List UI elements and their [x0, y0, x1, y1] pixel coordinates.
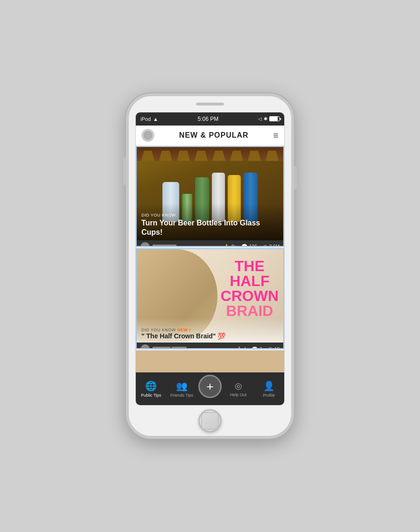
app-header: NEW & POPULAR ≡	[136, 126, 284, 146]
card2-author: ██████ █████	[153, 347, 236, 349]
tab-profile[interactable]: 👤 Profile	[255, 380, 283, 398]
card2-view-count: 18	[274, 347, 280, 350]
add-button-circle[interactable]: +	[198, 375, 222, 398]
card-beer-bottles[interactable]: DID YOU KNOW: Turn Your Beer Bottles Int…	[136, 146, 284, 247]
card2-image: THE HALF CROWN BRAID DID YOU KNOW NEW ! …	[137, 249, 283, 343]
logo-inner	[143, 131, 153, 140]
card2-like-count: 4	[244, 347, 246, 350]
menu-icon[interactable]: ≡	[273, 131, 279, 140]
help-out-icon: ◎	[235, 381, 242, 391]
phone-screen: iPod ▲ 5:06 PM ◁ ✱ NEW & POPULAR ≡	[135, 112, 285, 406]
card1-view-count: 2.6M	[269, 244, 280, 247]
friends-tips-label: Friends Tips	[170, 393, 193, 398]
public-tips-icon: 🌐	[145, 380, 157, 392]
card1-stats: 👍 4k 💬 126 👁 2.6M	[223, 244, 280, 247]
tab-help-out[interactable]: ◎ Help Out	[224, 381, 252, 397]
card2-text-overlay: DID YOU KNOW NEW ! " The Half Crown Brai…	[137, 318, 283, 343]
card1-like-count: 4k	[231, 244, 236, 247]
earpiece	[196, 103, 224, 105]
home-button[interactable]	[198, 409, 222, 433]
card1-comments: 💬 126	[241, 244, 257, 247]
card2-stats: 👍 4 💬 0 👁 18	[236, 346, 280, 350]
header-title: NEW & POPULAR	[179, 131, 249, 140]
tab-bar: 🌐 Public Tips 👥 Friends Tips + ◎ Help Ou…	[136, 372, 284, 405]
card2-comments: 💬 0	[252, 346, 262, 350]
braid-half: HALF	[221, 273, 279, 288]
braid-text: THE HALF CROWN BRAID	[221, 259, 279, 318]
add-icon: +	[206, 380, 213, 392]
content-area: DID YOU KNOW: Turn Your Beer Bottles Int…	[136, 146, 284, 372]
card2-footer: ██████ █████ 👍 4 💬 0 👁 18	[137, 343, 283, 349]
braid-the: THE	[221, 259, 279, 273]
braid-braid: BRAID	[221, 303, 279, 318]
bluetooth-icon: ✱	[264, 116, 267, 121]
card2-avatar	[140, 344, 150, 349]
home-button-inner	[201, 412, 219, 430]
card-partial	[136, 350, 284, 372]
card2-likes: 👍 4	[236, 346, 246, 350]
friends-tips-icon: 👥	[176, 380, 188, 392]
card1-did-you-know: DID YOU KNOW:	[141, 213, 279, 217]
wifi-icon: ▲	[153, 116, 158, 122]
status-right: ◁ ✱	[258, 116, 280, 121]
tab-friends-tips[interactable]: 👥 Friends Tips	[168, 380, 196, 398]
braid-crown: CROWN	[221, 288, 279, 303]
like-icon: 👍	[223, 244, 230, 247]
tab-add-button[interactable]: +	[198, 375, 222, 403]
card1-comment-count: 126	[249, 244, 257, 247]
view-icon2: 👁	[268, 346, 273, 349]
card1-text-overlay: DID YOU KNOW: Turn Your Beer Bottles Int…	[137, 203, 283, 240]
phone-device: iPod ▲ 5:06 PM ◁ ✱ NEW & POPULAR ≡	[126, 93, 294, 439]
card1-views: 👁 2.6M	[263, 244, 280, 247]
status-bar: iPod ▲ 5:06 PM ◁ ✱	[136, 112, 284, 126]
home-button-area	[198, 406, 222, 436]
card-braid[interactable]: THE HALF CROWN BRAID DID YOU KNOW NEW ! …	[136, 248, 284, 349]
app-logo[interactable]	[141, 129, 154, 142]
profile-label: Profile	[263, 393, 275, 398]
card2-background: THE HALF CROWN BRAID DID YOU KNOW NEW ! …	[137, 249, 283, 343]
status-time: 5:06 PM	[198, 116, 219, 122]
profile-icon: 👤	[263, 380, 275, 392]
tab-public-tips[interactable]: 🌐 Public Tips	[137, 380, 165, 398]
comment-icon: 💬	[241, 244, 248, 247]
card2-comment-count: 0	[259, 347, 262, 350]
card1-title: Turn Your Beer Bottles Into Glass Cups!	[141, 218, 279, 236]
card1-footer: ████████ 👍 4k 💬 126 👁 2.6M	[137, 240, 283, 247]
card1-image: DID YOU KNOW: Turn Your Beer Bottles Int…	[137, 147, 283, 240]
comment-icon2: 💬	[252, 346, 258, 350]
view-icon: 👁	[263, 244, 268, 247]
card1-background: DID YOU KNOW: Turn Your Beer Bottles Int…	[137, 147, 283, 240]
card2-title: " The Half Crown Braid" 💯	[141, 332, 279, 340]
carrier-label: iPod	[140, 116, 151, 122]
card1-avatar	[140, 242, 150, 247]
battery-fill	[270, 117, 278, 121]
location-icon: ◁	[258, 116, 262, 121]
card2-new-badge: NEW !	[177, 328, 191, 332]
like-icon2: 👍	[236, 346, 242, 350]
help-out-label: Help Out	[230, 392, 247, 397]
public-tips-label: Public Tips	[141, 393, 161, 398]
card1-author: ████████	[153, 245, 223, 247]
battery-icon	[269, 116, 280, 121]
card2-views: 👁 18	[268, 346, 280, 349]
card2-did-you-know: DID YOU KNOW NEW !	[141, 328, 279, 332]
status-left: iPod ▲	[140, 116, 158, 122]
card1-likes: 👍 4k	[223, 244, 236, 247]
